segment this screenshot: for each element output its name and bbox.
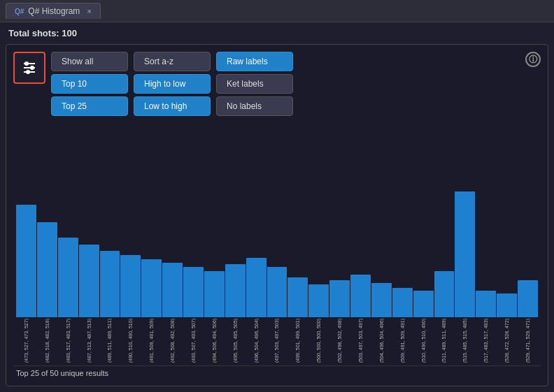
svg-point-3 — [25, 62, 28, 65]
bar-label: (510, 490, 510, 490) — [421, 319, 426, 363]
bar-item: (493, 507, 493, 507) — [183, 124, 204, 363]
main-container: Total shots: 100 Show all Top 10 Top 25 — [0, 22, 554, 392]
bar-label: (504, 496, 504, 496) — [379, 319, 384, 363]
bar-item: (489, 511, 489, 511) — [100, 124, 120, 363]
bar — [476, 291, 496, 317]
sort-group: Sort a-z High to low Low to high — [134, 52, 211, 116]
bar — [120, 255, 141, 317]
histogram-tab[interactable]: Q# Q# Histogram × — [6, 3, 101, 19]
bar — [79, 245, 99, 317]
high-to-low-button[interactable]: High to low — [134, 74, 211, 94]
bar — [204, 271, 225, 317]
bar — [518, 280, 538, 317]
bar-label: (497, 503, 497, 503) — [274, 319, 279, 363]
bar — [162, 263, 183, 317]
info-icon-button[interactable]: ⓘ — [525, 52, 541, 67]
bar-label: (499, 501, 499, 501) — [295, 319, 300, 363]
bar-item: (528, 472, 528, 472) — [497, 124, 517, 363]
bar-item: (517, 483, 517, 483) — [476, 124, 496, 363]
filter-icon — [21, 59, 38, 76]
bar-label: (483, 517, 483, 517) — [66, 319, 71, 363]
raw-labels-button[interactable]: Raw labels — [216, 52, 293, 71]
bar-item: (492, 508, 492, 508) — [162, 124, 183, 363]
bar-label: (511, 489, 511, 489) — [441, 319, 446, 363]
bar-item: (511, 489, 511, 489) — [434, 124, 455, 363]
bar — [141, 259, 162, 317]
top-10-button[interactable]: Top 10 — [51, 74, 128, 94]
bar-label: (487, 513, 487, 513) — [87, 319, 92, 363]
bar-label: (490, 510, 490, 510) — [128, 319, 133, 363]
bar-item: (515, 485, 515, 485) — [455, 124, 475, 363]
bar-item: (504, 496, 504, 496) — [371, 124, 392, 363]
bar-item: (529, 471, 529, 471) — [518, 124, 538, 363]
bar-item: (502, 498, 502, 498) — [329, 124, 350, 363]
sort-az-button[interactable]: Sort a-z — [134, 52, 211, 71]
filter-group: Show all Top 10 Top 25 — [51, 52, 128, 116]
bar-label: (502, 498, 502, 498) — [337, 319, 342, 363]
bar-label: (515, 485, 515, 485) — [462, 319, 467, 363]
chart-area: (473, 527, 473, 527)(482, 518, 482, 518)… — [13, 124, 541, 379]
bar-label: (492, 508, 492, 508) — [170, 319, 175, 363]
bar-label: (494, 506, 494, 506) — [212, 319, 217, 363]
bar-item: (496, 504, 496, 504) — [246, 124, 267, 363]
bar-item: (473, 527, 473, 527) — [16, 124, 36, 363]
bar-item: (490, 510, 490, 510) — [120, 124, 141, 363]
bar — [37, 222, 57, 317]
bar-item: (503, 497, 503, 497) — [350, 124, 371, 363]
bar — [267, 267, 287, 317]
bar — [497, 293, 517, 317]
bar-label: (489, 511, 489, 511) — [107, 319, 112, 363]
bar-label: (496, 504, 496, 504) — [254, 319, 259, 363]
bar — [16, 205, 36, 317]
bar — [371, 283, 392, 317]
bar — [287, 277, 308, 317]
bar-label: (509, 491, 509, 491) — [400, 319, 405, 363]
bar-label: (495, 505, 495, 505) — [233, 319, 238, 363]
bar — [225, 264, 246, 317]
bar-item: (500, 500, 500, 500) — [308, 124, 329, 363]
bar-item: (510, 490, 510, 490) — [413, 124, 434, 363]
show-all-button[interactable]: Show all — [51, 52, 128, 71]
svg-point-4 — [31, 66, 34, 69]
bar — [350, 275, 371, 317]
bars-container: (473, 527, 473, 527)(482, 518, 482, 518)… — [13, 124, 541, 363]
bar-item: (499, 501, 499, 501) — [287, 124, 308, 363]
bar-item: (491, 509, 491, 509) — [141, 124, 162, 363]
low-to-high-button[interactable]: Low to high — [134, 96, 211, 116]
chart-footer: Top 25 of 50 unique results — [13, 365, 541, 379]
bar — [392, 288, 413, 317]
bar — [100, 251, 120, 317]
ket-labels-button[interactable]: Ket labels — [216, 74, 293, 94]
bar-item: (497, 503, 497, 503) — [267, 124, 287, 363]
bar-item: (494, 506, 494, 506) — [204, 124, 225, 363]
histogram-panel: Show all Top 10 Top 25 Sort a-z High to … — [6, 44, 548, 386]
bar-item: (495, 505, 495, 505) — [225, 124, 246, 363]
bar — [329, 280, 350, 317]
tab-label: Q# Histogram — [28, 6, 80, 16]
title-bar: Q# Q# Histogram × — [0, 0, 554, 22]
label-group: Raw labels Ket labels No labels — [216, 52, 293, 116]
svg-point-5 — [27, 71, 29, 73]
filter-icon-button[interactable] — [13, 52, 45, 84]
bar-label: (503, 497, 503, 497) — [358, 319, 363, 363]
bar — [183, 267, 204, 317]
bar-item: (509, 491, 509, 491) — [392, 124, 413, 363]
bar-label: (493, 507, 493, 507) — [191, 319, 196, 363]
bar — [413, 291, 434, 317]
no-labels-button[interactable]: No labels — [216, 96, 293, 116]
bar — [455, 191, 475, 317]
bar-label: (517, 483, 517, 483) — [483, 319, 488, 363]
bar-label: (473, 527, 473, 527) — [24, 319, 29, 363]
controls-row: Show all Top 10 Top 25 Sort a-z High to … — [13, 52, 541, 116]
bar-item: (483, 517, 483, 517) — [58, 124, 78, 363]
tab-close-button[interactable]: × — [87, 7, 91, 15]
top-25-button[interactable]: Top 25 — [51, 96, 128, 116]
bar-label: (482, 518, 482, 518) — [45, 319, 50, 363]
bar-label: (491, 509, 491, 509) — [149, 319, 154, 363]
bar — [308, 284, 329, 317]
bar-item: (482, 518, 482, 518) — [37, 124, 57, 363]
bar-label: (528, 472, 528, 472) — [504, 319, 509, 363]
bar-item: (487, 513, 487, 513) — [79, 124, 99, 363]
bar-label: (500, 500, 500, 500) — [316, 319, 321, 363]
bar — [246, 258, 267, 317]
